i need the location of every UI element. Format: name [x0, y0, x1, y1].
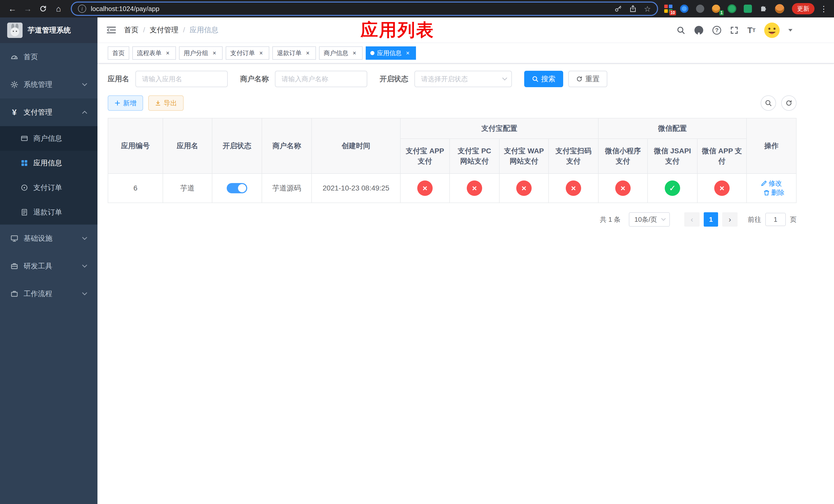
browser-back-button[interactable]: ← — [5, 2, 20, 16]
sidebar-item-dev-tools[interactable]: 研发工具 — [0, 252, 97, 280]
sidebar-item-label: 首页 — [24, 52, 38, 62]
add-button[interactable]: 新增 — [108, 95, 143, 111]
tab-close-icon[interactable]: × — [258, 49, 265, 56]
toggle-search-button[interactable] — [761, 95, 776, 111]
tab-label: 退款订单 — [277, 49, 302, 57]
sidebar-item-refund-orders[interactable]: 退款订单 — [0, 200, 97, 225]
pagination-total: 共 1 条 — [600, 215, 621, 224]
sidebar-item-payment[interactable]: ¥ 支付管理 — [0, 98, 97, 126]
cell-alipay-qr: × — [549, 174, 598, 203]
chevron-down-icon — [82, 292, 87, 295]
app-name-input[interactable] — [135, 71, 228, 87]
goto-page-input[interactable] — [765, 213, 786, 226]
cell-created: 2021-10-23 08:49:25 — [312, 174, 400, 203]
fullscreen-icon[interactable] — [730, 26, 739, 35]
page-size-select[interactable]: 10条/页 — [629, 212, 670, 227]
tab-process-form[interactable]: 流程表单 × — [132, 46, 176, 60]
status-select-placeholder: 请选择开启状态 — [421, 75, 468, 84]
sidebar-item-label: 基础设施 — [24, 233, 52, 243]
plus-icon — [114, 100, 120, 106]
browser-reload-button[interactable] — [36, 2, 50, 16]
sidebar-item-workflow[interactable]: 工作流程 — [0, 280, 97, 307]
breadcrumb-payment[interactable]: 支付管理 — [150, 25, 178, 35]
tab-close-icon[interactable]: × — [404, 49, 411, 56]
extension-green-square-icon[interactable] — [743, 4, 753, 14]
sidebar-item-system[interactable]: 系统管理 — [0, 71, 97, 98]
dark-circle-icon — [696, 5, 704, 13]
pagination: 共 1 条 10条/页 ‹ 1 › 前往 页 — [108, 212, 796, 227]
extension-avatar-icon[interactable]: 1 — [711, 4, 721, 14]
breadcrumb-home[interactable]: 首页 — [124, 25, 138, 35]
avatar-caret-icon[interactable] — [788, 29, 792, 31]
sidebar-item-app-info[interactable]: 应用信息 — [0, 151, 97, 175]
refresh-icon — [576, 76, 583, 82]
tab-close-icon[interactable]: × — [304, 49, 311, 56]
cell-alipay-pc: × — [449, 174, 499, 203]
refresh-table-button[interactable] — [781, 95, 796, 111]
col-header-app-id: 应用编号 — [108, 118, 163, 174]
prev-page-button[interactable]: ‹ — [684, 212, 700, 227]
status-select[interactable]: 请选择开启状态 — [414, 71, 512, 87]
browser-profile-avatar[interactable] — [774, 4, 785, 14]
user-avatar[interactable] — [764, 23, 780, 38]
bookmark-star-icon[interactable]: ☆ — [644, 4, 651, 13]
sidebar-item-label: 支付管理 — [24, 108, 52, 117]
password-key-icon[interactable] — [614, 5, 622, 13]
document-icon — [21, 208, 28, 216]
export-button[interactable]: 导出 — [148, 95, 184, 111]
share-icon[interactable] — [629, 5, 637, 13]
delete-link[interactable]: 删除 — [764, 188, 785, 197]
extension-grid-icon[interactable]: 10 — [663, 4, 674, 14]
browser-forward-button[interactable]: → — [21, 2, 35, 16]
search-button[interactable]: 搜索 — [524, 71, 563, 87]
extension-dark-icon[interactable] — [695, 4, 705, 14]
sidebar-item-infrastructure[interactable]: 基础设施 — [0, 225, 97, 252]
merchant-name-input[interactable] — [275, 71, 367, 87]
sidebar-item-home[interactable]: 首页 — [0, 43, 97, 71]
tab-payment-orders[interactable]: 支付订单 × — [226, 46, 269, 60]
tab-label: 流程表单 — [137, 49, 161, 57]
sidebar-item-merchant-info[interactable]: 商户信息 — [0, 126, 97, 151]
tab-home[interactable]: 首页 — [108, 46, 129, 60]
status-toggle[interactable] — [227, 183, 247, 193]
table-toolbar: 新增 导出 — [108, 95, 796, 111]
search-icon[interactable] — [677, 26, 685, 35]
url-text[interactable]: localhost:1024/pay/app — [91, 5, 159, 13]
extensions-area: 10 1 — [663, 4, 785, 14]
extension-wechat-icon[interactable] — [727, 4, 737, 14]
sidebar-collapse-icon[interactable] — [106, 24, 117, 36]
sidebar-item-payment-orders[interactable]: 支付订单 — [0, 175, 97, 200]
tabs-bar: 首页 流程表单 × 用户分组 × 支付订单 × 退款订单 × — [97, 43, 834, 64]
edit-link[interactable]: 修改 — [761, 179, 782, 188]
col-header-status: 开启状态 — [212, 118, 262, 174]
help-icon[interactable]: ? — [712, 26, 721, 35]
tab-label: 商户信息 — [324, 49, 348, 57]
chrome-update-button[interactable]: 更新 — [792, 3, 814, 14]
address-bar[interactable]: i localhost:1024/pay/app ☆ — [71, 2, 658, 16]
tab-close-icon[interactable]: × — [351, 49, 358, 56]
tab-close-icon[interactable]: × — [164, 49, 171, 56]
font-size-icon[interactable]: TT — [747, 26, 755, 35]
tab-app-info[interactable]: 应用信息 × — [366, 46, 416, 60]
extensions-puzzle-icon[interactable] — [759, 4, 769, 14]
col-header-created: 创建时间 — [312, 118, 400, 174]
tab-close-icon[interactable]: × — [211, 49, 218, 56]
next-page-button[interactable]: › — [722, 212, 738, 227]
github-icon[interactable] — [694, 25, 704, 35]
app-logo[interactable]: 芋道管理系统 — [0, 18, 97, 43]
page-info-icon[interactable]: i — [78, 5, 86, 13]
sidebar: 芋道管理系统 首页 系统管理 ¥ 支付管理 — [0, 18, 97, 504]
browser-menu-icon[interactable]: ⋮ — [819, 4, 829, 13]
sidebar-item-label: 系统管理 — [24, 80, 52, 90]
tab-user-group[interactable]: 用户分组 × — [179, 46, 223, 60]
tab-merchant-info[interactable]: 商户信息 × — [319, 46, 363, 60]
status-cross-icon: × — [566, 181, 581, 196]
extension-drop-icon[interactable] — [679, 4, 689, 14]
tab-refund-orders[interactable]: 退款订单 × — [272, 46, 316, 60]
circle-dot-icon — [21, 184, 28, 191]
browser-home-button[interactable]: ⌂ — [51, 2, 66, 16]
wechat-icon — [728, 4, 736, 13]
reset-button[interactable]: 重置 — [568, 71, 607, 87]
page-number-button[interactable]: 1 — [704, 212, 718, 227]
yen-icon: ¥ — [10, 108, 19, 116]
